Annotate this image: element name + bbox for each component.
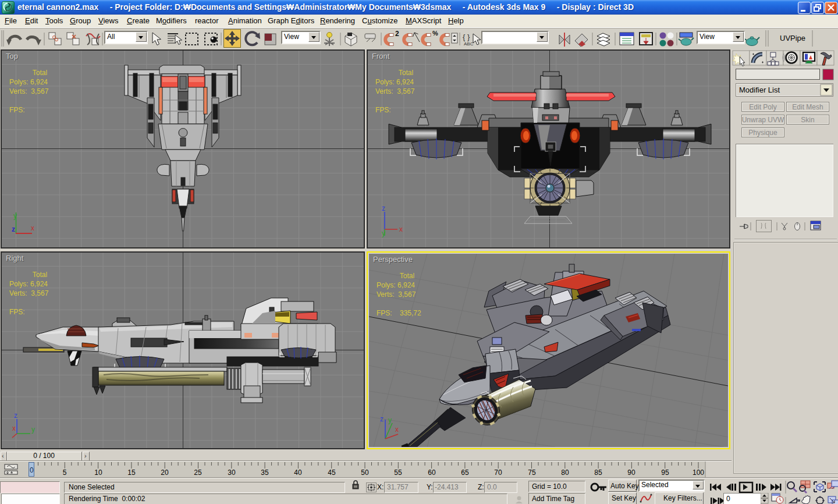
svg-text:35: 35 bbox=[261, 468, 269, 477]
svg-text:2: 2 bbox=[395, 30, 399, 38]
svg-text:%: % bbox=[432, 30, 438, 37]
svg-text:{ }: { } bbox=[463, 33, 470, 41]
svg-text:25: 25 bbox=[194, 468, 202, 477]
svg-text:80: 80 bbox=[561, 468, 569, 477]
svg-text:10: 10 bbox=[94, 468, 102, 477]
svg-text:Edit Mesh: Edit Mesh bbox=[792, 103, 823, 111]
svg-text:70: 70 bbox=[494, 468, 502, 477]
svg-text:Skin: Skin bbox=[801, 116, 814, 124]
svg-text:20: 20 bbox=[161, 468, 169, 477]
svg-text:Edit Poly: Edit Poly bbox=[749, 103, 776, 111]
svg-text:Unwrap UVW: Unwrap UVW bbox=[742, 116, 784, 124]
svg-text:UVPipe: UVPipe bbox=[780, 34, 805, 42]
svg-text:45: 45 bbox=[328, 468, 336, 477]
svg-text:95: 95 bbox=[661, 468, 669, 477]
svg-text:Modifier List: Modifier List bbox=[739, 86, 780, 94]
svg-text:5: 5 bbox=[63, 468, 67, 477]
svg-text:50: 50 bbox=[361, 468, 369, 477]
svg-text:Physique: Physique bbox=[748, 129, 777, 137]
svg-text:100: 100 bbox=[693, 468, 704, 477]
svg-text:65: 65 bbox=[461, 468, 469, 477]
svg-text:90: 90 bbox=[627, 468, 635, 477]
svg-text:55: 55 bbox=[394, 468, 402, 477]
svg-text:40: 40 bbox=[294, 468, 302, 477]
svg-text:ABC: ABC bbox=[464, 41, 474, 47]
svg-text:30: 30 bbox=[228, 468, 236, 477]
svg-text:60: 60 bbox=[428, 468, 436, 477]
svg-text:0: 0 bbox=[30, 466, 34, 474]
svg-text:15: 15 bbox=[127, 468, 136, 477]
svg-text:75: 75 bbox=[528, 468, 536, 477]
svg-text:85: 85 bbox=[594, 468, 602, 477]
